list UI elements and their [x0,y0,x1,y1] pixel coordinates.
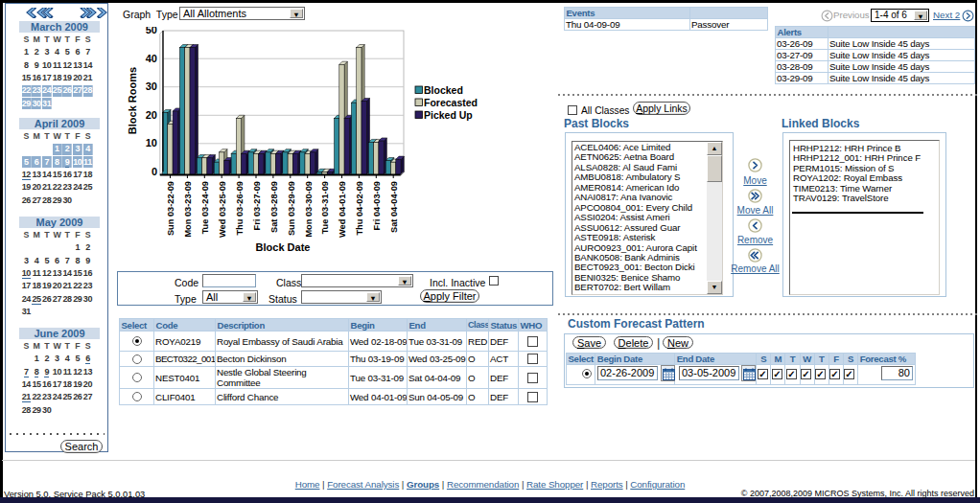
svg-text:Fri 03-27-09: Fri 03-27-09 [252,181,262,230]
svg-text:Sat 03-28-09: Sat 03-28-09 [269,181,279,233]
svg-text:Tue 03-24-09: Tue 03-24-09 [200,181,210,234]
svg-text:Thu 04-02-09: Thu 04-02-09 [355,181,364,236]
svg-text:Fri 04-03-09: Fri 04-03-09 [372,181,382,230]
svg-text:Sat 04-04-09: Sat 04-04-09 [389,181,399,233]
svg-text:Picked Up: Picked Up [424,109,473,121]
svg-text:Tue 03-31-09: Tue 03-31-09 [320,181,330,234]
svg-text:30: 30 [146,80,157,92]
svg-text:Sun 03-29-09: Sun 03-29-09 [287,181,296,236]
svg-text:Thu 03-26-09: Thu 03-26-09 [235,181,245,236]
svg-text:50: 50 [146,27,157,35]
svg-text:Wed 03-25-09: Wed 03-25-09 [218,181,227,238]
svg-text:Blocked: Blocked [424,84,463,96]
svg-text:0: 0 [152,166,157,177]
svg-text:10: 10 [146,137,157,149]
svg-text:Sun 03-22-09: Sun 03-22-09 [166,181,175,236]
svg-text:Forecasted: Forecasted [424,97,478,108]
svg-text:Mon 03-23-09: Mon 03-23-09 [183,181,193,238]
svg-text:Block Date: Block Date [256,241,311,253]
svg-text:Mon 03-30-09: Mon 03-30-09 [304,181,314,238]
svg-text:40: 40 [146,53,157,64]
svg-text:Block Rooms: Block Rooms [127,67,138,134]
svg-text:20: 20 [146,109,157,121]
svg-text:Wed 04-01-09: Wed 04-01-09 [338,181,347,238]
